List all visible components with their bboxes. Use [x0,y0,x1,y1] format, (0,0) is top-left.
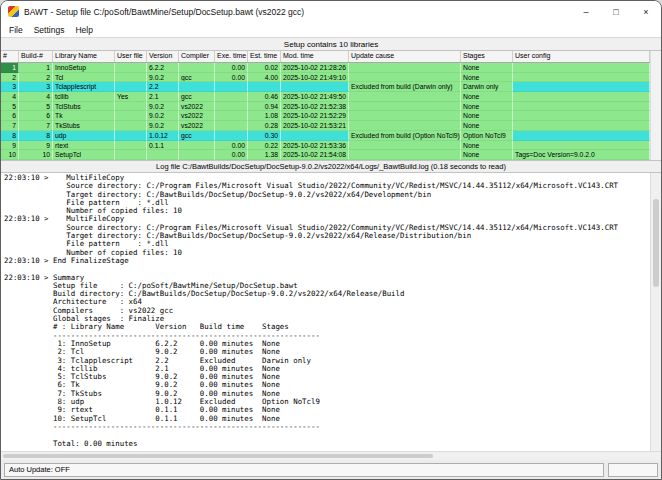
table-cell [179,63,215,73]
table-cell: 9 [1,141,19,151]
table-row[interactable]: 88udp1.0.12gcc0.30Excluded from build (O… [1,131,650,141]
minimize-icon[interactable]: – [571,1,601,22]
table-row[interactable]: 66Tk9.0.2vs20221.082025-10-02 21:52:29No… [1,111,650,121]
table-cell: 9.0.2 [147,121,179,131]
table-cell: 8 [1,131,19,141]
scrollbar-thumb[interactable] [653,199,659,287]
table-cell [115,82,147,92]
column-header[interactable]: User file [115,51,147,62]
table-cell: 2.2 [147,82,179,92]
log-horizontal-scrollbar[interactable] [1,451,661,460]
column-header[interactable]: Mod. time [281,51,349,62]
table-row[interactable]: 55TclStubs9.0.2vs20220.942025-10-02 21:5… [1,102,650,112]
column-header[interactable]: Exe. time [215,51,248,62]
column-header[interactable]: Compiler [179,51,215,62]
menu-file[interactable]: File [4,24,28,36]
table-cell: 0.30 [248,131,281,141]
table-cell [349,111,461,121]
table-cell: 1 [19,63,53,73]
column-header[interactable]: Stages [461,51,513,62]
table-cell [115,131,147,141]
table-cell [281,82,349,92]
scrollbar-thumb-horizontal[interactable] [3,454,433,458]
table-cell: 2025-10-02 21:28:26 [281,63,349,73]
column-header[interactable]: User config [513,51,650,62]
column-header[interactable]: Library Name [53,51,115,62]
table-cell: Tk [53,111,115,121]
menu-help[interactable]: Help [70,24,97,36]
table-cell: 0.46 [248,92,281,102]
table-cell: 2 [19,73,53,83]
table-cell: None [461,150,513,160]
table-cell: 0.02 [248,63,281,73]
table-cell: Excluded from build (Option NoTcl9) [349,131,461,141]
table-scrollbar[interactable] [650,51,661,160]
table-row[interactable]: 1010SetupTcl0.001.382025-10-02 21:54:08N… [1,150,650,160]
column-header[interactable]: Update cause [349,51,461,62]
table-cell: 9.0.2 [147,102,179,112]
table-cell [215,82,248,92]
log-output[interactable]: 22:03:10 > MultiFileCopy Source director… [1,173,650,451]
table-cell: None [461,102,513,112]
table-cell: InnoSetup [53,63,115,73]
table-row[interactable]: 99rtext0.1.10.000.222025-10-02 21:53:36N… [1,141,650,151]
log-line [4,265,650,273]
table-cell [349,141,461,151]
table-cell: 9 [19,141,53,151]
table-cell [179,82,215,92]
table-cell: TkStubs [53,121,115,131]
table-cell: Excluded from build (Darwin only) [349,82,461,92]
library-count-banner: Setup contains 10 libraries [1,37,661,51]
table-row[interactable]: 44tcllibYes2.1gcc0.462025-10-02 21:49:50… [1,92,650,102]
menu-settings[interactable]: Settings [29,24,70,36]
table-cell: tcllib [53,92,115,102]
app-window: BAWT - Setup file C:/poSoft/BawtMine/Set… [0,0,662,480]
table-cell: vs2022 [179,111,215,121]
table-cell [115,73,147,83]
table-row[interactable]: 33Tclapplescript2.2Excluded from build (… [1,82,650,92]
table-cell: 1.0.12 [147,131,179,141]
table-cell: 8 [19,131,53,141]
table-cell [513,82,650,92]
table-row[interactable]: 22Tcl9.0.2gcc0.004.002025-10-02 21:49:10… [1,73,650,83]
table-cell [513,111,650,121]
title-bar: BAWT - Setup file C:/poSoft/BawtMine/Set… [1,1,661,22]
table-cell [513,102,650,112]
maximize-icon[interactable]: □ [601,1,631,22]
table-cell: 5 [1,102,19,112]
table-cell [115,102,147,112]
table-cell: Tags=Doc Version=9.0.2.0 [513,150,650,160]
table-cell: 4.00 [248,73,281,83]
table-cell [147,150,179,160]
table-cell [349,121,461,131]
log-file-banner: Log file C:/BawtBuilds/DocSetup/DocSetup… [1,160,661,173]
table-cell [215,92,248,102]
column-header[interactable]: Est. time [248,51,281,62]
table-cell: rtext [53,141,115,151]
table-cell [349,102,461,112]
table-cell: 0.94 [248,102,281,112]
table-body: 11InnoSetup6.2.20.000.022025-10-02 21:28… [1,63,650,160]
column-header[interactable]: # [1,51,19,62]
table-cell [115,141,147,151]
column-header[interactable]: Version [147,51,179,62]
table-cell: 6 [1,111,19,121]
table-cell [513,73,650,83]
window-controls: – □ × [571,1,661,22]
table-cell: None [461,111,513,121]
table-cell: None [461,141,513,151]
table-cell [349,150,461,160]
table-cell [115,111,147,121]
table-cell [513,141,650,151]
column-header[interactable]: Build-# [19,51,53,62]
table-cell: Tcl [53,73,115,83]
table-cell: gcc [179,92,215,102]
close-icon[interactable]: × [631,1,661,22]
table-row[interactable]: 11InnoSetup6.2.20.000.022025-10-02 21:28… [1,63,650,73]
table-row[interactable]: 77TkStubs9.0.2vs20220.282025-10-02 21:53… [1,121,650,131]
table-cell [248,82,281,92]
table-cell: vs2022 [179,121,215,131]
log-panel: 22:03:10 > MultiFileCopy Source director… [1,173,661,451]
table-cell: 2025-10-02 21:49:50 [281,92,349,102]
log-vertical-scrollbar[interactable] [650,173,661,451]
